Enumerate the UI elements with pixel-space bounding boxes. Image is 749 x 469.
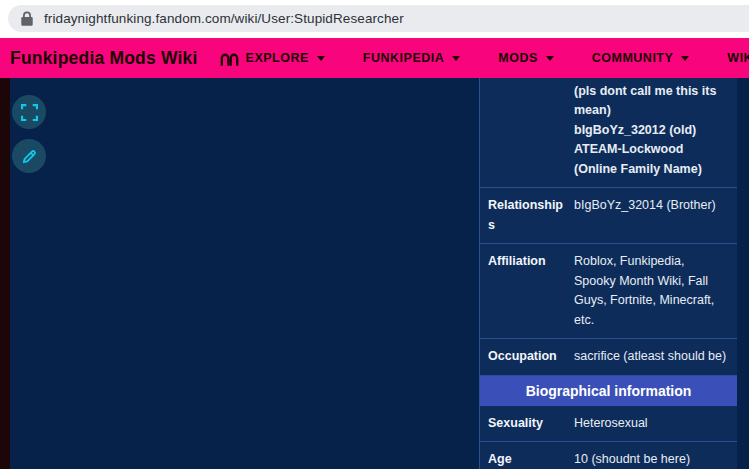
edit-pencil-icon [21,148,38,165]
nav-menu: EXPLORE FUNKIPEDIA MODS COMMUNITY WIKI S… [220,51,749,66]
browser-chrome: fridaynightfunking.fandom.com/wiki/User:… [0,0,749,38]
lock-icon [21,11,33,26]
nav-item-label: EXPLORE [246,51,309,65]
browser-window: fridaynightfunking.fandom.com/wiki/User:… [0,0,749,469]
nav-item-community[interactable]: COMMUNITY [592,51,690,65]
page-content: StupidResearcher Glitch (pls dont call m… [0,78,749,469]
infobox-row-relationships: Relationships bIgBoYz_32014 (Brother) [480,188,737,244]
wiki-title-link[interactable]: Funkipedia Mods Wiki [10,48,198,69]
chevron-down-icon [681,56,689,61]
infobox-label: Sexuality [488,414,574,434]
infobox-row-aliases: StupidResearcher Glitch (pls dont call m… [480,78,737,188]
infobox-row-age: Age 10 (shoudnt be here) [480,442,737,469]
user-infobox: StupidResearcher Glitch (pls dont call m… [479,78,737,469]
infobox-row-sexuality: Sexuality Heterosexual [480,406,737,443]
fullscreen-button[interactable] [12,95,46,129]
address-bar[interactable]: fridaynightfunking.fandom.com/wiki/User:… [8,5,749,32]
infobox-row-occupation: Occupation sacrifice (atleast should be) [480,339,737,376]
nav-item-mods[interactable]: MODS [498,51,554,65]
infobox-label [488,78,574,179]
fandom-m-icon [220,51,239,66]
nav-item-label: MODS [498,51,538,65]
page-background-strip [0,78,10,469]
infobox-section-header: Biographical information [480,376,737,406]
infobox-label: Affiliation [488,252,574,330]
fullscreen-expand-icon [21,104,38,121]
infobox-label: Age [488,450,574,469]
infobox-value: 10 (shoudnt be here) [574,450,729,469]
chevron-down-icon [317,56,325,61]
infobox-row-affiliation: Affiliation Roblox, Funkipedia, Spooky M… [480,244,737,339]
chevron-down-icon [546,56,554,61]
wiki-navbar: Funkipedia Mods Wiki EXPLORE FUNKIPEDIA … [0,38,749,78]
nav-item-label: WIKI STAFF [727,51,749,65]
nav-item-explore[interactable]: EXPLORE [220,51,325,66]
infobox-label: Relationships [488,196,574,235]
infobox-value: bIgBoYz_32014 (Brother) [574,196,729,235]
url-text[interactable]: fridaynightfunking.fandom.com/wiki/User:… [44,11,404,26]
infobox-value: Heterosexual [574,414,729,434]
infobox-value: Roblox, Funkipedia, Spooky Month Wiki, F… [574,252,729,330]
infobox-label: Occupation [488,347,574,367]
nav-item-wiki-staff[interactable]: WIKI STAFF [727,51,749,65]
nav-item-funkipedia[interactable]: FUNKIPEDIA [363,51,460,65]
chevron-down-icon [452,56,460,61]
infobox-value: StupidResearcher Glitch (pls dont call m… [574,78,729,179]
nav-item-label: COMMUNITY [592,51,674,65]
nav-item-label: FUNKIPEDIA [363,51,444,65]
infobox-value: sacrifice (atleast should be) [574,347,729,367]
edit-button[interactable] [12,139,46,173]
